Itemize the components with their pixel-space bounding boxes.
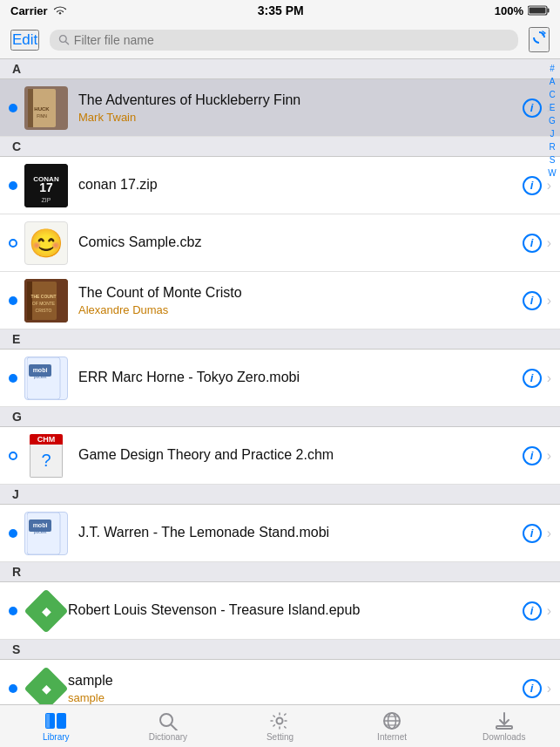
item-subtitle: Mark Twain	[78, 111, 516, 124]
tab-label-internet: Internet	[377, 732, 407, 742]
section-header-j: J	[0, 485, 560, 505]
info-button[interactable]: i	[523, 291, 542, 310]
book-icon	[44, 711, 67, 730]
svg-rect-1	[530, 8, 546, 14]
list-item[interactable]: sample sample i ›	[0, 660, 560, 704]
refresh-button[interactable]	[529, 27, 550, 52]
list-item[interactable]: mobi pocket ERR Marc Horne - Tokyo Zero.…	[0, 350, 560, 407]
list-item[interactable]: 😊 Comics Sample.cbz i ›	[0, 214, 560, 272]
item-title: Game Design Theory and Practice 2.chm	[78, 446, 516, 465]
question-icon: ?	[41, 451, 51, 471]
item-actions: i ›	[523, 446, 551, 465]
section-header-g: G	[0, 407, 560, 427]
epub-icon	[24, 588, 69, 633]
globe-icon	[381, 711, 402, 730]
item-text: The Count of Monte Cristo Alexandre Duma…	[78, 284, 516, 317]
tab-setting[interactable]: Setting	[224, 705, 336, 747]
info-button[interactable]: i	[523, 176, 542, 195]
read-dot	[9, 104, 17, 112]
item-actions: i ›	[523, 291, 551, 310]
svg-text:THE COUNT: THE COUNT	[30, 294, 56, 299]
book-thumbnail: mobi pocket	[24, 357, 68, 400]
item-text: sample sample	[68, 672, 516, 704]
nav-bar: Edit	[0, 21, 560, 59]
index-a[interactable]: A	[550, 76, 556, 88]
info-button[interactable]: i	[523, 446, 542, 465]
index-hash[interactable]: #	[550, 63, 555, 75]
index-e[interactable]: E	[550, 102, 556, 114]
unread-dot	[9, 452, 17, 460]
list-item[interactable]: Robert Louis Stevenson - Treasure Island…	[0, 582, 560, 640]
index-w[interactable]: W	[548, 167, 556, 180]
chevron-icon: ›	[547, 681, 551, 696]
read-dot	[9, 181, 17, 190]
chm-body: ?	[30, 445, 63, 478]
info-button[interactable]: i	[523, 369, 542, 388]
svg-point-33	[277, 717, 283, 723]
read-dot	[9, 374, 17, 383]
item-title: sample	[68, 672, 516, 690]
index-r[interactable]: R	[549, 141, 555, 153]
svg-point-3	[60, 36, 67, 43]
battery-label: 100%	[495, 4, 523, 17]
epub-icon	[24, 666, 69, 704]
svg-rect-7	[28, 89, 33, 127]
download-icon	[494, 711, 515, 730]
item-actions: i ›	[523, 679, 551, 698]
item-title: ERR Marc Horne - Tokyo Zero.mobi	[78, 369, 516, 387]
search-icon	[158, 711, 179, 730]
index-g[interactable]: G	[549, 115, 556, 127]
svg-line-32	[172, 725, 177, 730]
svg-point-31	[160, 714, 172, 726]
svg-text:OF MONTE: OF MONTE	[32, 301, 56, 306]
chevron-icon: ›	[547, 448, 551, 464]
tab-label-downloads: Downloads	[482, 732, 525, 742]
tab-downloads[interactable]: Downloads	[448, 705, 560, 747]
info-button[interactable]: i	[523, 234, 542, 253]
item-text: Game Design Theory and Practice 2.chm	[78, 446, 516, 465]
item-title: J.T. Warren - The Lemonade Stand.mobi	[78, 524, 516, 542]
list-item[interactable]: mobi pocket J.T. Warren - The Lemonade S…	[0, 505, 560, 562]
unread-dot	[9, 239, 17, 248]
chevron-icon: ›	[547, 603, 551, 619]
index-s[interactable]: S	[550, 154, 556, 166]
book-thumbnail: CHM ?	[24, 434, 68, 478]
item-title: The Count of Monte Cristo	[78, 284, 516, 302]
svg-text:HUCK: HUCK	[34, 106, 50, 112]
svg-rect-39	[496, 726, 512, 729]
search-input[interactable]	[74, 33, 509, 47]
list-item[interactable]: CONAN 17 ZIP conan 17.zip i ›	[0, 157, 560, 214]
item-actions: i ›	[523, 234, 551, 253]
svg-text:mobi: mobi	[33, 367, 48, 373]
book-thumbnail: 😊	[24, 221, 68, 265]
svg-text:17: 17	[39, 180, 53, 194]
index-c[interactable]: C	[549, 89, 555, 101]
read-dot	[9, 607, 17, 615]
carrier-label: Carrier	[10, 4, 48, 17]
read-dot	[9, 296, 17, 305]
item-title: Robert Louis Stevenson - Treasure Island…	[68, 601, 516, 620]
list-item[interactable]: HUCK FINN The Adventures of Huckleberry …	[0, 79, 560, 137]
section-header-a: A	[0, 59, 560, 79]
info-button[interactable]: i	[523, 601, 542, 621]
info-button[interactable]: i	[523, 98, 542, 118]
svg-text:pocket: pocket	[34, 529, 47, 534]
tab-internet[interactable]: Internet	[336, 705, 449, 747]
info-button[interactable]: i	[523, 524, 542, 543]
list-item[interactable]: THE COUNT OF MONTE CRISTO The Count of M…	[0, 272, 560, 329]
list-item[interactable]: CHM ? Game Design Theory and Practice 2.…	[0, 427, 560, 485]
tab-library[interactable]: Library	[0, 705, 112, 747]
tab-bar: Library Dictionary Setting Internet	[0, 704, 560, 747]
item-text: The Adventures of Huckleberry Finn Mark …	[78, 92, 516, 125]
item-title: Comics Sample.cbz	[78, 234, 516, 252]
edit-button[interactable]: Edit	[10, 30, 39, 51]
tab-dictionary[interactable]: Dictionary	[112, 705, 225, 747]
index-sidebar[interactable]: # A C E G J R S W	[544, 59, 560, 183]
item-subtitle: Alexandre Dumas	[78, 303, 516, 316]
item-subtitle: sample	[68, 691, 516, 704]
svg-line-4	[66, 42, 69, 44]
index-j[interactable]: J	[550, 128, 555, 140]
info-button[interactable]: i	[523, 679, 542, 698]
svg-rect-2	[548, 9, 550, 13]
book-thumbnail: THE COUNT OF MONTE CRISTO	[24, 279, 68, 323]
